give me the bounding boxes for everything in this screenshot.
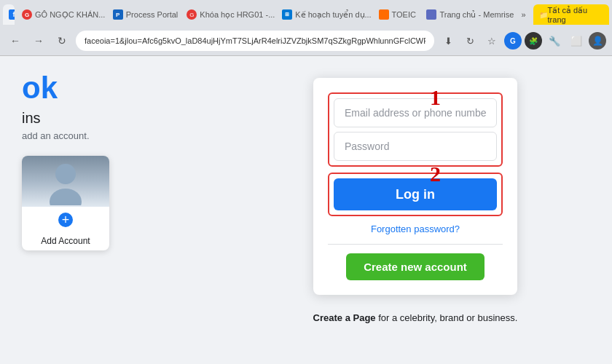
- credential-fields-group: [328, 92, 503, 167]
- tab-favicon-memrise: [426, 9, 436, 20]
- tab-memrise[interactable]: Trang chủ - Memrise: [420, 4, 514, 25]
- facebook-tagline: ins: [22, 108, 204, 127]
- tab-favicon-khoa: G: [187, 9, 197, 20]
- add-account-section: + Add Account: [22, 156, 204, 253]
- account-card-image: [22, 156, 109, 207]
- tab-label-ke: Kế hoạch tuyển dụ...: [295, 10, 371, 20]
- divider: [328, 244, 503, 245]
- add-account-plus-icon[interactable]: +: [58, 213, 73, 227]
- facebook-right-panel: 1 2 Log in Forgotten password? Create ne…: [219, 56, 612, 343]
- tab-process-portal[interactable]: P Process Portal: [107, 4, 180, 25]
- login-card: Log in Forgotten password? Create new ac…: [313, 78, 517, 295]
- login-button-group: Log in: [328, 173, 503, 216]
- tab-favicon-ke: ⊞: [282, 9, 292, 20]
- bookmarks-tab[interactable]: 📁 Tất cả dấu trang: [533, 4, 609, 25]
- facebook-subtitle: add an account.: [22, 130, 204, 141]
- screen-icon[interactable]: ⬜: [567, 31, 586, 50]
- annotation-2: 2: [430, 162, 441, 186]
- create-page-section: Create a Page for a celebrity, brand or …: [313, 312, 518, 323]
- google-icon[interactable]: G: [504, 32, 522, 50]
- tab-label-process: Process Portal: [126, 10, 178, 19]
- url-input[interactable]: [76, 31, 434, 51]
- email-input[interactable]: [334, 98, 497, 127]
- tab-label-khoa: Khóa học HRG01 -...: [200, 10, 275, 20]
- tab-ke-hoach[interactable]: ⊞ Kế hoạch tuyển dụ...: [276, 4, 371, 25]
- tab-favicon-facebook: f: [9, 9, 15, 20]
- tab-label-toeic: TOEIC: [392, 10, 416, 19]
- reload-button[interactable]: ↻: [52, 31, 71, 50]
- account-card-bg: [22, 156, 109, 207]
- page-content: ok ins add an account. + Add Accou: [0, 56, 612, 343]
- password-input[interactable]: [334, 132, 497, 161]
- bookmarks-tab-label: Tất cả dấu trang: [548, 6, 603, 24]
- reload-page-icon[interactable]: ↻: [460, 31, 479, 50]
- tab-toeic[interactable]: TOEIC: [373, 4, 420, 25]
- annotation-1: 1: [430, 85, 441, 110]
- browser-chrome: f faceoia=1&jlou=Afc6g5kvO_laD84ujHjYmT7…: [0, 0, 612, 56]
- profile-avatar[interactable]: 👤: [589, 32, 606, 50]
- add-account-label[interactable]: Add Account: [22, 232, 109, 250]
- tab-label-memrise: Trang chủ - Memrise: [439, 10, 514, 20]
- add-account-card-footer: +: [22, 207, 109, 232]
- forgot-password-section: Forgotten password?: [328, 222, 503, 235]
- tab-khoa-hoc[interactable]: G Khóa học HRG01 -...: [181, 4, 275, 25]
- account-card[interactable]: + Add Account: [22, 156, 109, 250]
- svg-point-0: [55, 164, 76, 184]
- forgot-password-link[interactable]: Forgotten password?: [371, 223, 460, 234]
- create-page-link[interactable]: Create a Page: [313, 312, 376, 323]
- extensions-icon[interactable]: 🔧: [545, 31, 564, 50]
- tab-favicon-gongoc: G: [22, 9, 32, 20]
- tab-favicon-toeic: [379, 9, 389, 20]
- puzzle-icon[interactable]: 🧩: [525, 32, 542, 50]
- bookmark-star-icon[interactable]: ☆: [482, 31, 501, 50]
- profile-silhouette-icon: [44, 158, 87, 205]
- tab-go-ngoc[interactable]: G GÔ NGỌC KHÁN...: [16, 4, 106, 25]
- create-page-suffix: for a celebrity, brand or business.: [376, 312, 518, 323]
- forward-button[interactable]: →: [29, 31, 48, 50]
- create-account-button[interactable]: Create new account: [346, 253, 484, 280]
- facebook-logo-partial: ok: [22, 71, 204, 106]
- login-button[interactable]: Log in: [334, 178, 497, 210]
- tab-bar: f faceoia=1&jlou=Afc6g5kvO_laD84ujHjYmT7…: [0, 0, 612, 26]
- address-bar: ← → ↻ ⬇ ↻ ☆ G 🧩 🔧 ⬜ 👤: [0, 26, 612, 55]
- more-tabs-button[interactable]: »: [515, 4, 531, 25]
- active-tab[interactable]: f faceoia=1&jlou=Afc6g5kvO_laD84ujHjYmT7…: [3, 4, 15, 25]
- svg-point-1: [50, 189, 82, 205]
- back-button[interactable]: ←: [6, 31, 25, 50]
- tab-favicon-process: P: [113, 9, 123, 20]
- facebook-left-panel: ok ins add an account. + Add Accou: [0, 56, 219, 343]
- toolbar-icons: ⬇ ↻ ☆ G 🧩 🔧 ⬜ 👤: [439, 31, 606, 50]
- download-icon[interactable]: ⬇: [439, 31, 458, 50]
- tab-label-gongoc: GÔ NGỌC KHÁN...: [35, 10, 105, 20]
